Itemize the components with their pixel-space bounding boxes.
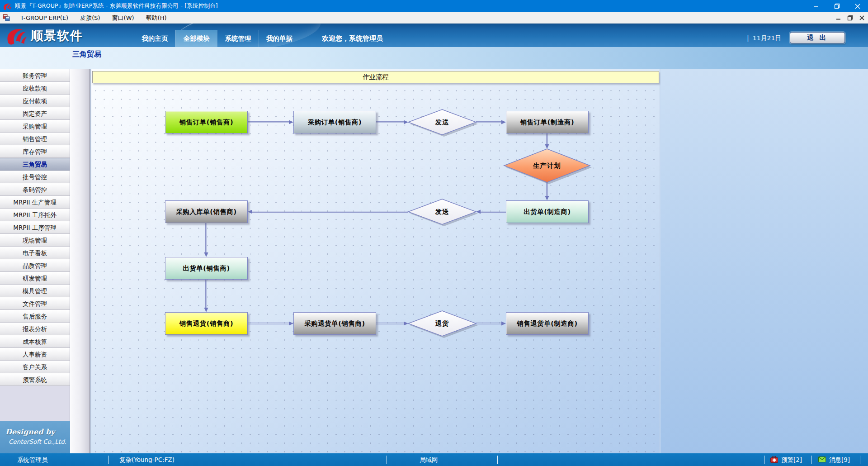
sidebar-item[interactable]: 固定资产: [0, 107, 70, 120]
sidebar-item[interactable]: 采购管理: [0, 120, 70, 133]
sidebar-item[interactable]: 条码管控: [0, 183, 70, 196]
status-separator: [860, 456, 860, 464]
tab-系统管理[interactable]: 系统管理: [217, 30, 259, 47]
module-sidebar: 账务管理应收款项应付款项固定资产采购管理销售管理库存管理三角贸易批号管控条码管控…: [0, 69, 70, 453]
minimize-icon: [813, 4, 819, 9]
sidebar-item[interactable]: 销售管理: [0, 133, 70, 145]
status-separator: [387, 456, 387, 464]
breadcrumb-bar: 三角贸易: [0, 47, 868, 69]
flow-node-send-1[interactable]: 发送: [408, 109, 476, 135]
exit-button[interactable]: 退 出: [790, 32, 845, 43]
sidebar-item[interactable]: 人事薪资: [0, 348, 70, 361]
close-icon: [855, 4, 860, 9]
flow-node-sales-order-mfr[interactable]: 销售订单(制造商): [506, 111, 589, 133]
mdi-restore-icon[interactable]: [847, 15, 853, 21]
tab-我的单据[interactable]: 我的单据: [259, 30, 300, 47]
mdi-minimize-icon[interactable]: [836, 15, 841, 20]
sidebar-item[interactable]: 文件管理: [0, 297, 70, 310]
tab-全部模块[interactable]: 全部模块: [175, 30, 217, 47]
main-nav-tabs: 我的主页全部模块系统管理我的单据: [134, 30, 300, 47]
sidebar-item[interactable]: 库存管理: [0, 145, 70, 158]
menu-items: T-GROUP ERP(E)皮肤(S)窗口(W)帮助(H): [14, 12, 173, 24]
sidebar-item[interactable]: 现场管理: [0, 234, 70, 247]
alert-icon: [770, 456, 778, 463]
sidebar-item[interactable]: 应收款项: [0, 82, 70, 95]
flow-node-return[interactable]: 退货: [408, 311, 476, 336]
restore-icon: [834, 3, 840, 9]
flow-node-shipment-mfr[interactable]: 出货单(制造商): [506, 200, 589, 223]
status-separator: [764, 456, 764, 464]
sidebar-item[interactable]: 账务管理: [0, 69, 70, 82]
flow-node-purchase-return-seller[interactable]: 采购退货单(销售商): [293, 312, 376, 335]
menu-item[interactable]: 帮助(H): [140, 12, 173, 24]
flow-node-production-plan[interactable]: 生产计划: [504, 149, 590, 182]
sidebar-item[interactable]: 应付款项: [0, 95, 70, 107]
status-user: 系统管理员: [17, 453, 48, 466]
message-icon: [818, 456, 826, 463]
brand-logo: 顺景软件: [6, 27, 83, 45]
mdi-form-icon: [3, 14, 10, 21]
tab-我的主页[interactable]: 我的主页: [134, 30, 175, 47]
flow-node-shipment-seller[interactable]: 出货单(销售商): [165, 257, 248, 280]
sidebar-item[interactable]: 三角贸易: [0, 158, 70, 171]
designed-by-line1: Designed by: [5, 428, 70, 436]
status-separator: [108, 456, 109, 464]
sidebar-item[interactable]: 客户关系: [0, 361, 70, 373]
menu-item[interactable]: 皮肤(S): [74, 12, 106, 24]
minimize-button[interactable]: [806, 0, 826, 12]
workflow-canvas: 作业流程 销售订单(销售商)采购订单(销售商)发送销售订单(制造商)生产计划出货…: [91, 69, 660, 453]
sidebar-item[interactable]: MRPII 工序管理: [0, 221, 70, 234]
sidebar-item[interactable]: 模具管理: [0, 285, 70, 297]
sidebar-item[interactable]: 品质管理: [0, 259, 70, 272]
close-button[interactable]: [847, 0, 868, 12]
sidebar-item[interactable]: 电子看板: [0, 247, 70, 259]
erp-application-window: 顺景『T-GROUP』制造业ERP系统 - 东莞顺景软件科技有限公司 - [系统…: [0, 0, 868, 466]
sidebar-item[interactable]: 预警系统: [0, 373, 70, 386]
mdi-close-icon[interactable]: [859, 15, 864, 20]
designed-by-panel: Designed by CenterSoft Co.,Ltd.: [0, 421, 70, 453]
header-date: | 11月21日: [747, 34, 781, 43]
app-header: 顺景软件 我的主页全部模块系统管理我的单据 欢迎您，系统管理员 | 11月21日…: [0, 24, 868, 47]
mdi-background: [660, 69, 868, 453]
flow-node-sales-return-seller[interactable]: 销售退货(销售商): [165, 312, 248, 335]
flow-node-send-2[interactable]: 发送: [408, 199, 476, 224]
status-alert[interactable]: 预警[2]: [781, 453, 802, 466]
status-machine: 复杂(Young-PC:FZ): [119, 453, 175, 466]
flow-node-purchase-receipt-seller[interactable]: 采购入库单(销售商): [165, 200, 248, 223]
window-title: 顺景『T-GROUP』制造业ERP系统 - 东莞顺景软件科技有限公司 - [系统…: [15, 2, 218, 10]
sidebar-item[interactable]: 成本核算: [0, 335, 70, 348]
os-title-bar: 顺景『T-GROUP』制造业ERP系统 - 东莞顺景软件科技有限公司 - [系统…: [0, 0, 868, 12]
sidebar-item[interactable]: 售后服务: [0, 310, 70, 323]
sidebar-splitter[interactable]: [70, 69, 90, 453]
status-separator: [497, 456, 498, 464]
status-bar: 系统管理员 复杂(Young-PC:FZ) 局域网 预警[2] 消息[9]: [0, 453, 868, 466]
designed-by-line2: CenterSoft Co.,Ltd.: [0, 438, 66, 445]
sidebar-item[interactable]: MRPII 生产管理: [0, 196, 70, 209]
sidebar-item[interactable]: 批号管控: [0, 171, 70, 183]
flow-node-sales-return-mfr[interactable]: 销售退货单(制造商): [506, 312, 589, 335]
brand-logo-text: 顺景软件: [31, 28, 83, 44]
date-text: 11月21日: [753, 34, 782, 43]
date-separator: |: [747, 34, 749, 43]
sidebar-item[interactable]: 研发管理: [0, 272, 70, 285]
flow-node-purchase-order-seller[interactable]: 采购订单(销售商): [293, 111, 376, 133]
breadcrumb: 三角贸易: [72, 50, 101, 59]
welcome-text: 欢迎您，系统管理员: [322, 34, 383, 43]
app-logo-icon: [3, 2, 11, 10]
menu-item[interactable]: 窗口(W): [106, 12, 140, 24]
status-separator: [811, 456, 811, 464]
sidebar-items: 账务管理应收款项应付款项固定资产采购管理销售管理库存管理三角贸易批号管控条码管控…: [0, 69, 70, 386]
status-network: 局域网: [420, 453, 438, 466]
menu-item[interactable]: T-GROUP ERP(E): [14, 12, 74, 24]
flow-node-sales-order-seller[interactable]: 销售订单(销售商): [165, 111, 248, 133]
menu-bar: T-GROUP ERP(E)皮肤(S)窗口(W)帮助(H): [0, 12, 868, 24]
sidebar-item[interactable]: MRPII 工序托外: [0, 209, 70, 221]
brand-logo-icon: [6, 27, 27, 45]
sidebar-item[interactable]: 报表分析: [0, 323, 70, 335]
restore-button[interactable]: [826, 0, 847, 12]
status-message[interactable]: 消息[9]: [829, 453, 850, 466]
